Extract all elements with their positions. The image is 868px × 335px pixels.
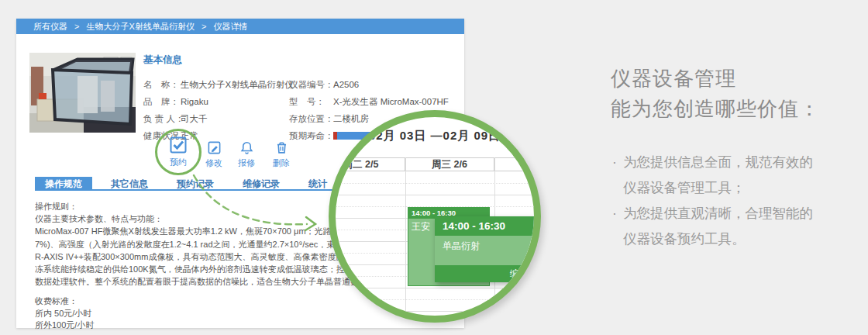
edit-pencil-icon [207, 140, 222, 155]
calendar-grid-row [329, 172, 541, 195]
promo-bullet-2-line1: 为您提供直观清晰，合理智能的 [623, 201, 820, 226]
tab-reservation-records[interactable]: 预约记录 [167, 177, 224, 189]
promo-bullet-1: · 为您提供信息全面，规范有效的 仪器设备管理工具； [611, 150, 820, 201]
popup-event-name: 单晶衍射 [435, 236, 541, 265]
popup-time: 14:00 - 16:30 [435, 216, 541, 236]
field-label-manager: 负 责 人： [143, 110, 184, 127]
fee-external: 所外100元/小时 [35, 319, 94, 332]
calendar-magnifier: 02月 03日 —02月 09日 周二 2/5 周三 2/6 周四 14:00 … [329, 110, 541, 323]
fee-standard: 收费标准： 所内 50元/小时 所外100元/小时 [35, 295, 94, 332]
field-value-brand: Rigaku [181, 93, 208, 110]
breadcrumb-separator: > [202, 22, 206, 31]
promo-title-line2: 能为您创造哪些价值： [611, 94, 820, 124]
breadcrumb: 所有仪器 > 生物大分子X射线单晶衍射仪 > 仪器详情 [16, 19, 464, 34]
promo-bullet-1-line1: 为您提供信息全面，规范有效的 [623, 150, 820, 175]
breadcrumb-detail: 仪器详情 [213, 22, 247, 31]
breadcrumb-all-instruments[interactable]: 所有仪器 [33, 22, 67, 31]
repair-button[interactable]: 报修 [238, 140, 255, 169]
delete-button[interactable]: 删除 [273, 140, 290, 169]
fee-internal: 所内 50元/小时 [35, 308, 94, 320]
tab-repair-records[interactable]: 维修记录 [232, 177, 290, 189]
repair-bell-icon [239, 140, 254, 155]
promo-title-line1: 仪器设备管理 [611, 64, 820, 94]
promo-bullet-2: · 为您提供直观清晰，合理智能的 仪器设备预约工具。 [611, 201, 820, 252]
calendar-day-thu: 周四 [494, 158, 541, 171]
calendar-day-header: 周二 2/5 周三 2/6 周四 [329, 157, 541, 171]
promo-bullets: · 为您提供信息全面，规范有效的 仪器设备管理工具； · 为您提供直观清晰，合理… [611, 150, 820, 252]
delete-label: 删除 [273, 158, 290, 168]
bullet-dot: · [612, 150, 617, 175]
field-label-lifespan: 预期寿命： [289, 127, 334, 144]
promo-bullet-1-line2: 仪器设备管理工具； [623, 175, 820, 201]
field-label-model: 型 号： [289, 93, 325, 110]
calendar-day-wed: 周三 2/6 [405, 158, 494, 171]
field-label-code: 仪器编号： [289, 76, 334, 93]
field-value-name: 生物大分子X射线单晶衍射仪 [181, 76, 294, 93]
delete-trash-icon [274, 140, 289, 155]
basic-info-title: 基本信息 [143, 54, 469, 67]
field-value-manager: 司大千 [181, 110, 208, 127]
reserve-button[interactable]: 预约 [169, 136, 188, 168]
field-value-location: 二楼机房 [333, 110, 369, 127]
field-label-location: 存放位置： [289, 110, 334, 127]
promo-bullet-2-line2: 仪器设备预约工具。 [623, 226, 820, 252]
bullet-dot: · [612, 201, 617, 226]
field-value-code: A2506 [333, 76, 359, 93]
field-value-model: X-光发生器 MicroMax-007HF [333, 93, 449, 110]
reserve-label: 预约 [170, 157, 187, 167]
equipment-photo [29, 53, 136, 133]
breadcrumb-instrument[interactable]: 生物大分子X射线单晶衍射仪 [87, 22, 195, 31]
repair-label: 报修 [238, 158, 255, 168]
fee-title: 收费标准： [35, 295, 94, 308]
info-row-name: 名 称： 生物大分子X射线单晶衍射仪 仪器编号： A2506 [143, 76, 469, 93]
field-label-brand: 品 牌： [143, 93, 179, 110]
field-label-name: 名 称： [143, 76, 179, 93]
promo-panel: 仪器设备管理 能为您创造哪些价值： · 为您提供信息全面，规范有效的 仪器设备管… [611, 64, 820, 252]
breadcrumb-separator: > [74, 22, 79, 31]
info-row-brand: 品 牌： Rigaku 型 号： X-光发生器 MicroMax-007HF [143, 93, 469, 110]
reserve-checkbox-icon [169, 136, 188, 154]
edit-button[interactable]: 修改 [205, 140, 222, 169]
calendar-column-line [405, 157, 406, 323]
promo-title: 仪器设备管理 能为您创造哪些价值： [611, 64, 820, 124]
tab-operation-rules[interactable]: 操作规范 [35, 177, 92, 189]
tab-other-info[interactable]: 其它信息 [101, 177, 158, 189]
edit-label: 修改 [205, 158, 222, 168]
tab-statistics[interactable]: 统计 [298, 177, 337, 189]
